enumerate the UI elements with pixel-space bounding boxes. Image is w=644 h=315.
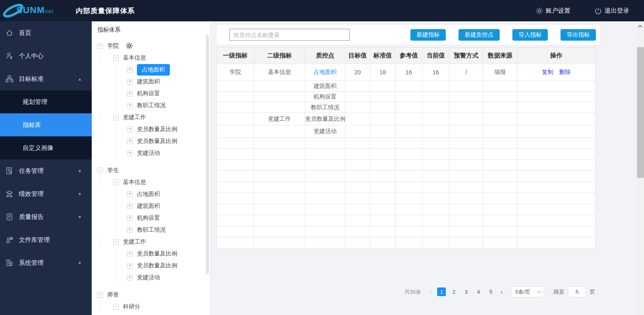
action-link[interactable]: 删除: [559, 69, 571, 75]
tree-node-label[interactable]: 党员数量及比例: [137, 262, 177, 269]
tree-node[interactable]: +教职工情况: [92, 224, 210, 236]
page-number-2[interactable]: 2: [449, 287, 458, 296]
sidebar-subitem[interactable]: 规划管理: [0, 90, 92, 113]
tree-node-label[interactable]: 机构设置: [137, 90, 160, 97]
expand-icon[interactable]: +: [127, 215, 133, 221]
account-settings-button[interactable]: 账户设置: [535, 7, 570, 15]
collapse-icon[interactable]: −: [97, 43, 103, 49]
tree-node-label[interactable]: 占地面积: [137, 191, 160, 198]
tree-node[interactable]: +建筑面积: [92, 76, 210, 87]
expand-icon[interactable]: +: [127, 79, 133, 85]
expand-icon[interactable]: +: [127, 126, 133, 132]
collapse-icon[interactable]: −: [113, 179, 119, 185]
expand-icon[interactable]: +: [127, 103, 133, 108]
collapse-icon[interactable]: −: [113, 115, 119, 120]
expand-icon[interactable]: +: [127, 251, 133, 257]
collapse-icon[interactable]: −: [113, 304, 119, 310]
sidebar-item-file-library[interactable]: 文件库管理: [0, 228, 92, 251]
collapse-icon[interactable]: −: [113, 55, 119, 61]
tree-node[interactable]: +占地面积: [92, 64, 210, 76]
expand-icon[interactable]: +: [127, 150, 133, 156]
tree-node[interactable]: +党员数量及比例: [92, 260, 210, 271]
tree-node-label[interactable]: 占地面积: [137, 64, 170, 76]
sidebar-item-task-management[interactable]: 任务管理▼: [0, 159, 92, 182]
tree-node-label[interactable]: 党建活动: [137, 149, 160, 157]
tree-node-label[interactable]: 基本信息: [123, 54, 146, 62]
tree-node-label[interactable]: 教职工情况: [137, 102, 166, 109]
sidebar-item-target-standard[interactable]: 目标标准▲: [0, 67, 92, 90]
tree-node[interactable]: +党建活动: [92, 147, 210, 159]
prev-page-button[interactable]: ‹: [428, 288, 433, 295]
collapse-icon[interactable]: −: [113, 239, 119, 245]
page-number-5[interactable]: 5: [486, 287, 495, 296]
tree-node[interactable]: +机构设置: [92, 212, 210, 224]
page-scrollbar[interactable]: [637, 21, 644, 315]
tree-node-label[interactable]: 党员数量及比例: [137, 250, 177, 258]
expand-icon[interactable]: +: [127, 91, 133, 97]
scrollbar-up-icon[interactable]: [638, 25, 642, 29]
collapse-icon[interactable]: −: [97, 292, 103, 298]
expand-icon[interactable]: +: [127, 263, 133, 269]
next-page-button[interactable]: ›: [499, 288, 504, 295]
expand-icon[interactable]: +: [127, 138, 133, 144]
expand-icon[interactable]: +: [127, 67, 133, 73]
gear-icon[interactable]: [125, 42, 133, 50]
tree-node-label[interactable]: 党建活动: [137, 274, 160, 281]
expand-icon[interactable]: +: [127, 191, 133, 197]
toolbar-button[interactable]: 导入指标: [512, 29, 548, 41]
page-number-4[interactable]: 4: [474, 287, 483, 296]
toolbar-button[interactable]: 新建质控点: [459, 29, 500, 41]
tree-node[interactable]: +党建活动: [92, 271, 210, 283]
tree-node[interactable]: +教职工情况: [92, 99, 210, 111]
sidebar-subitem[interactable]: 自定义画像: [0, 136, 92, 159]
logout-button[interactable]: 退出登录: [594, 7, 629, 15]
sidebar-item-home[interactable]: 首页: [0, 21, 92, 44]
sidebar-item-system-management[interactable]: 系统管理▼: [0, 251, 92, 274]
expand-icon[interactable]: +: [127, 203, 133, 209]
sidebar-subitem[interactable]: 指标库: [0, 113, 92, 136]
tree-node-label[interactable]: 党员数量及比例: [137, 138, 177, 145]
page-size-select[interactable]: 5条/页: [511, 286, 544, 297]
tree-node-label[interactable]: 党建工作: [123, 114, 146, 121]
expand-icon[interactable]: +: [127, 275, 133, 281]
search-input[interactable]: [229, 29, 350, 41]
tree-node-label[interactable]: 机构设置: [137, 214, 160, 222]
tree-node-label[interactable]: 建筑面积: [137, 78, 160, 85]
collapse-icon[interactable]: −: [97, 168, 103, 173]
page-number-1[interactable]: 1: [437, 287, 446, 296]
tree-node-label[interactable]: 师资: [107, 291, 119, 299]
tree-node[interactable]: −党建工作: [92, 236, 210, 248]
tree-node[interactable]: −基本信息: [92, 176, 210, 188]
expand-icon[interactable]: +: [127, 227, 133, 233]
tree-node[interactable]: −党建工作: [92, 111, 210, 123]
sidebar-item-performance-management[interactable]: 绩效管理▼: [0, 182, 92, 205]
tree-scrollbar-thumb[interactable]: [206, 35, 209, 274]
tree-node-label[interactable]: 党建工作: [123, 238, 146, 246]
tree-node[interactable]: +占地面积: [92, 188, 210, 200]
tree-node[interactable]: −学院: [92, 40, 210, 52]
toolbar-button[interactable]: 导出指标: [561, 29, 596, 41]
tree-node-label[interactable]: 科研分: [123, 303, 140, 310]
page-number-3[interactable]: 3: [462, 287, 470, 296]
jump-page-input[interactable]: [568, 286, 586, 297]
tree-node-label[interactable]: 基本信息: [123, 179, 146, 186]
tree-node[interactable]: +机构设置: [92, 87, 210, 99]
scrollbar-thumb[interactable]: [637, 47, 644, 178]
tree-node[interactable]: +党员数量及比例: [92, 248, 210, 260]
tree-node-label[interactable]: 学生: [107, 167, 119, 174]
action-link[interactable]: 复制: [542, 69, 554, 75]
sidebar-item-profile[interactable]: 个人中心: [0, 44, 92, 67]
qc-point-link[interactable]: 占地面积: [305, 64, 345, 81]
tree-node-label[interactable]: 党员数量及比例: [137, 126, 177, 133]
tree-node-label[interactable]: 教职工情况: [137, 226, 166, 234]
tree-node[interactable]: −科研分: [92, 301, 210, 313]
tree-node[interactable]: +党员数量及比例: [92, 123, 210, 135]
sidebar-item-quality-report[interactable]: 质量报告▼: [0, 205, 92, 228]
toolbar-button[interactable]: 新建指标: [410, 29, 446, 41]
tree-node[interactable]: −基本信息: [92, 52, 210, 64]
tree-node-label[interactable]: 学院: [107, 42, 119, 50]
tree-node[interactable]: +党员数量及比例: [92, 135, 210, 147]
tree-node[interactable]: −学生: [92, 164, 210, 176]
tree-node-label[interactable]: 建筑面积: [137, 202, 160, 210]
tree-node[interactable]: +建筑面积: [92, 200, 210, 212]
